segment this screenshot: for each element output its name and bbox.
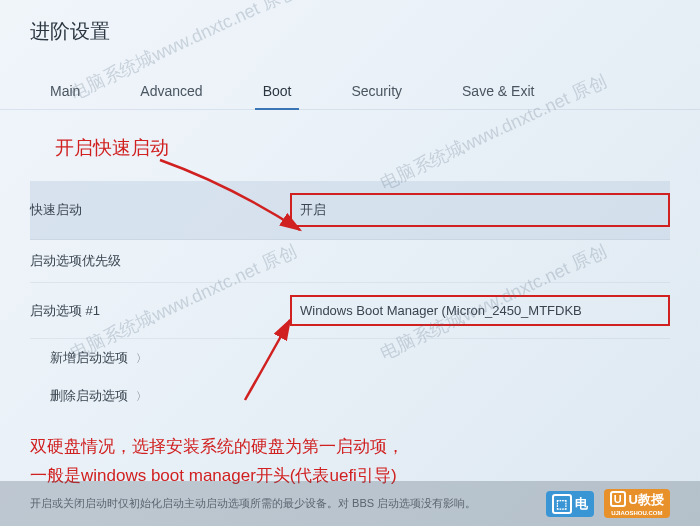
boot-option-1-value[interactable]: Windows Boot Manager (Micron_2450_MTFDKB bbox=[290, 295, 670, 326]
monitor-icon: ⬚ bbox=[552, 494, 572, 514]
chevron-right-icon: 〉 bbox=[136, 351, 147, 366]
add-boot-label: 新增启动选项 bbox=[50, 349, 128, 367]
fast-boot-label: 快速启动 bbox=[30, 201, 290, 219]
boot-priority-label: 启动选项优先级 bbox=[30, 252, 290, 270]
row-boot-priority: 启动选项优先级 bbox=[30, 240, 670, 283]
delete-boot-label: 删除启动选项 bbox=[50, 387, 128, 405]
boot-option-1-label: 启动选项 #1 bbox=[30, 302, 290, 320]
fast-boot-value[interactable]: 开启 bbox=[290, 193, 670, 227]
annotation-line-1: 双硬盘情况，选择安装系统的硬盘为第一启动项， bbox=[30, 433, 670, 462]
row-add-boot-option[interactable]: 新增启动选项 〉 bbox=[30, 339, 670, 377]
row-delete-boot-option[interactable]: 删除启动选项 〉 bbox=[30, 377, 670, 415]
chevron-right-icon: 〉 bbox=[136, 389, 147, 404]
annotation-fast-boot: 开启快速启动 bbox=[55, 135, 700, 161]
u-icon: U bbox=[610, 491, 626, 507]
badge-orange-text: U教授 bbox=[629, 493, 664, 506]
badge-site-2: U U教授 UJIAOSHOU.COM bbox=[604, 489, 670, 518]
tab-security[interactable]: Security bbox=[321, 73, 432, 109]
tab-advanced[interactable]: Advanced bbox=[110, 73, 232, 109]
tab-boot[interactable]: Boot bbox=[233, 73, 322, 109]
footer-bar: 开启或关闭启动时仅初始化启动主动启动选项所需的最少设备。对 BBS 启动选项没有… bbox=[0, 481, 700, 526]
badge-orange-sub: UJIAOSHOU.COM bbox=[611, 510, 662, 516]
badge-blue-text: 电 bbox=[575, 495, 588, 513]
row-boot-option-1[interactable]: 启动选项 #1 Windows Boot Manager (Micron_245… bbox=[30, 283, 670, 339]
page-title: 进阶设置 bbox=[30, 18, 670, 45]
tab-main[interactable]: Main bbox=[20, 73, 110, 109]
badge-site-1: ⬚ 电 bbox=[546, 491, 594, 517]
tab-bar: Main Advanced Boot Security Save & Exit bbox=[0, 73, 700, 110]
tab-save-exit[interactable]: Save & Exit bbox=[432, 73, 564, 109]
footer-help-text: 开启或关闭启动时仅初始化启动主动启动选项所需的最少设备。对 BBS 启动选项没有… bbox=[30, 496, 476, 511]
row-fast-boot[interactable]: 快速启动 开启 bbox=[30, 181, 670, 240]
